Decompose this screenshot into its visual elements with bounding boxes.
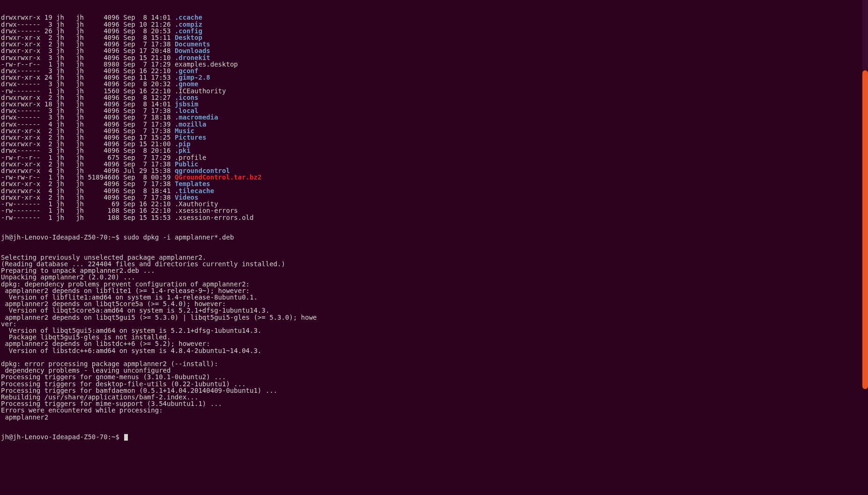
output-line: apmplanner2 depends on libflite1 (>= 1.4…: [1, 287, 868, 294]
output-line: Selecting previously unselected package …: [1, 254, 868, 261]
prompt-line-1: jh@jh-Lenovo-Ideapad-Z50-70:~$ sudo dpkg…: [1, 234, 868, 240]
output-line: ver:: [1, 321, 868, 327]
cursor[interactable]: [124, 434, 128, 441]
ls-row: drwx------ 3 jh jh 4096 Sep 7 18:18 .mac…: [1, 114, 868, 120]
prompt-user-host-2: jh@jh-Lenovo-Ideapad-Z50-70: [1, 433, 108, 441]
ls-row: drwx------ 3 jh jh 4096 Sep 10 21:26 .co…: [1, 21, 868, 28]
ls-row: drwx------ 3 jh jh 4096 Sep 16 22:10 .gc…: [1, 68, 868, 74]
ls-row: drwxrwxr-x 2 jh jh 4096 Sep 8 12:27 .ico…: [1, 94, 868, 101]
ls-row: drwxrwxr-x 4 jh jh 4096 Sep 8 18:41 .til…: [1, 188, 868, 194]
ls-row: drwx------ 3 jh jh 4096 Sep 7 17:38 .loc…: [1, 107, 868, 114]
prompt-colon: :: [108, 233, 111, 241]
ls-row: drwxr-xr-x 2 jh jh 4096 Sep 7 17:38 Docu…: [1, 41, 868, 47]
ls-row: drwx------ 3 jh jh 4096 Sep 8 20:32 .gno…: [1, 81, 868, 87]
output-line: Package libqt5gui5-gles is not installed…: [1, 334, 868, 340]
ls-row: -rw-r--r-- 1 jh jh 8980 Sep 7 17:29 exam…: [1, 61, 868, 68]
prompt-line-2[interactable]: jh@jh-Lenovo-Ideapad-Z50-70:~$: [1, 434, 868, 441]
ls-row: -rw------- 1 jh jh 108 Sep 16 22:10 .xse…: [1, 207, 868, 214]
output-line: (Reading database ... 224404 files and d…: [1, 261, 868, 267]
ls-row: -rw------- 1 jh jh 108 Sep 15 15:53 .xse…: [1, 214, 868, 221]
output-line: Version of libqt5gui5:amd64 on system is…: [1, 327, 868, 334]
ls-row: drwxrwxr-x 2 jh jh 4096 Sep 15 21:00 .pi…: [1, 141, 868, 147]
prompt-user-host: jh@jh-Lenovo-Ideapad-Z50-70: [1, 233, 108, 241]
output-line: Preparing to unpack apmplanner2.deb ...: [1, 267, 868, 274]
ls-filename: .xsession-errors.old: [175, 214, 254, 221]
ls-row: drwxrwxr-x 4 jh jh 4096 Jul 29 15:38 qgr…: [1, 167, 868, 174]
output-line: apmplanner2: [1, 414, 868, 420]
ls-row: drwxr-xr-x 2 jh jh 4096 Sep 7 17:38 Temp…: [1, 180, 868, 187]
output-line: dpkg: dependency problems prevent config…: [1, 281, 868, 287]
ls-row: drwxr-xr-x 3 jh jh 4096 Sep 17 20:48 Dow…: [1, 47, 868, 54]
output-line: Processing triggers for mime-support (3.…: [1, 400, 868, 407]
output-line: Version of libflite1:amd64 on system is …: [1, 294, 868, 300]
scrollbar-track[interactable]: [862, 0, 868, 389]
ls-row: drwxr-xr-x 24 jh jh 4096 Sep 11 17:53 .g…: [1, 74, 868, 81]
ls-row: -rw------- 1 jh jh 69 Sep 16 22:10 .Xaut…: [1, 201, 868, 207]
prompt-dollar: $: [115, 233, 119, 241]
prompt-dollar-2: $: [115, 433, 119, 441]
ls-row: -rw-r--r-- 1 jh jh 675 Sep 7 17:29 .prof…: [1, 154, 868, 161]
ls-row: drwxrwxr-x 3 jh jh 4096 Sep 15 21:10 .dr…: [1, 54, 868, 61]
output-line: Processing triggers for desktop-file-uti…: [1, 381, 868, 387]
ls-listing: drwxrwxr-x 19 jh jh 4096 Sep 8 14:01 .cc…: [1, 14, 868, 220]
output-line: [1, 354, 868, 360]
ls-row: drwxrwxr-x 19 jh jh 4096 Sep 8 14:01 .cc…: [1, 14, 868, 21]
output-line: Processing triggers for bamfdaemon (0.5.…: [1, 387, 868, 394]
ls-row: drwxr-xr-x 2 jh jh 4096 Sep 7 17:38 Vide…: [1, 194, 868, 201]
output-line: apmplanner2 depends on libqt5gui5 (>= 5.…: [1, 314, 868, 321]
output-line: Unpacking apmplanner2 (2.0.20) ...: [1, 274, 868, 280]
ls-row: drwx------ 4 jh jh 4096 Sep 7 17:39 .moz…: [1, 121, 868, 128]
ls-row: drwxrwxr-x 18 jh jh 4096 Sep 8 14:01 jsb…: [1, 101, 868, 107]
ls-row: drwxr-xr-x 2 jh jh 4096 Sep 7 17:38 Musi…: [1, 128, 868, 134]
ls-row: drwx------ 3 jh jh 4096 Sep 8 20:16 .pki: [1, 147, 868, 154]
output-line: Processing triggers for gnome-menus (3.1…: [1, 374, 868, 380]
output-line: Version of libqt5core5a:amd64 on system …: [1, 307, 868, 314]
dpkg-output: Selecting previously unselected package …: [1, 254, 868, 420]
prompt-space-2: [119, 433, 123, 441]
ls-meta: -rw------- 1 jh jh 108 Sep 15 15:53: [1, 214, 175, 221]
output-line: apmplanner2 depends on libqt5core5a (>= …: [1, 300, 868, 307]
output-line: Errors were encountered while processing…: [1, 407, 868, 413]
ls-row: drwx------ 26 jh jh 4096 Sep 8 20:53 .co…: [1, 28, 868, 34]
command-text: sudo dpkg -i apmplanner*.deb: [123, 233, 234, 241]
ls-row: drwxr-xr-x 2 jh jh 4096 Sep 7 17:38 Publ…: [1, 161, 868, 167]
terminal-output[interactable]: drwxrwxr-x 19 jh jh 4096 Sep 8 14:01 .cc…: [0, 0, 868, 447]
prompt-colon-2: :: [108, 433, 111, 441]
output-line: dependency problems - leaving unconfigur…: [1, 367, 868, 374]
output-line: dpkg: error processing package apmplanne…: [1, 360, 868, 367]
scrollbar-thumb[interactable]: [862, 70, 868, 389]
ls-row: -rw-rw-r-- 1 jh jh 51894606 Sep 8 00:59 …: [1, 174, 868, 180]
ls-row: drwxr-xr-x 2 jh jh 4096 Sep 8 15:11 Desk…: [1, 34, 868, 41]
output-line: apmplanner2 depends on libstdc++6 (>= 5.…: [1, 340, 868, 347]
ls-row: drwxr-xr-x 2 jh jh 4096 Sep 17 15:25 Pic…: [1, 134, 868, 141]
output-line: Rebuilding /usr/share/applications/bamf-…: [1, 394, 868, 400]
ls-row: -rw------- 1 jh jh 1560 Sep 16 22:10 .IC…: [1, 88, 868, 94]
output-line: Version of libstdc++6:amd64 on system is…: [1, 347, 868, 354]
